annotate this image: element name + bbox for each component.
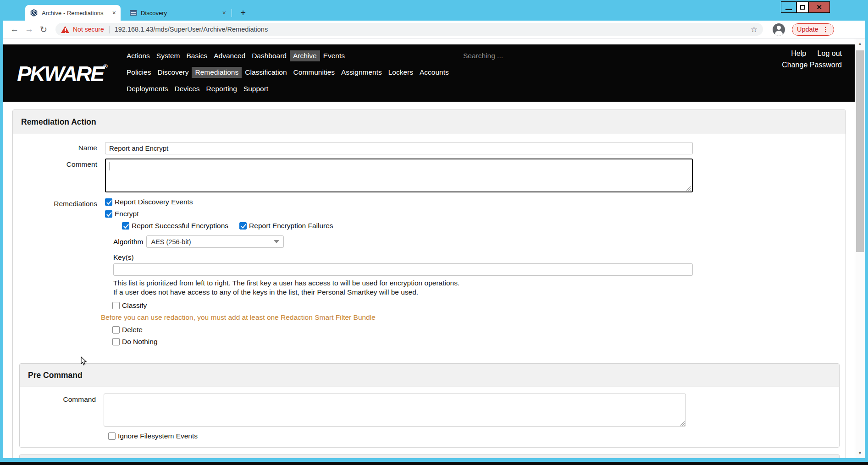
do-nothing-checkbox[interactable] [112,338,120,345]
tab-title: Archive - Remediations [42,10,110,16]
nav-row-1: Actions System Basics Advanced Dashboard… [123,48,452,64]
algorithm-label: Algorithm [113,238,143,246]
search-status-text[interactable]: Searching ... [463,52,503,60]
minimize-button[interactable] [781,1,796,13]
scroll-up-icon[interactable]: ▲ [855,39,865,48]
nav-classification[interactable]: Classification [242,67,290,78]
nav-basics[interactable]: Basics [183,50,211,61]
close-button[interactable]: ✕ [808,1,830,13]
ignore-filesystem-events-label[interactable]: Ignore Filesystem Events [118,432,198,440]
encrypt-label[interactable]: Encrypt [115,210,139,218]
chrome-update-button[interactable]: Update ⋮ [792,23,834,36]
keys-help-line1: This list is prioritized from left to ri… [113,279,840,288]
comment-textarea[interactable] [105,159,693,192]
help-link[interactable]: Help [791,49,806,57]
main-navigation: Actions System Basics Advanced Dashboard… [123,48,452,97]
not-secure-label[interactable]: Not secure [73,26,104,33]
nav-system[interactable]: System [153,50,183,61]
report-successful-encryptions-checkbox[interactable] [122,222,129,230]
nav-events[interactable]: Events [320,50,348,61]
not-secure-warning-icon[interactable] [61,26,69,33]
address-separator [109,26,110,33]
resize-handle[interactable] [680,421,685,426]
scrollbar-thumb[interactable] [856,50,864,252]
encrypt-checkbox[interactable] [105,210,112,218]
nav-reporting[interactable]: Reporting [203,83,240,94]
nav-discovery[interactable]: Discovery [154,67,192,78]
refresh-icon[interactable]: ↻ [39,24,48,35]
address-bar[interactable]: Not secure 192.168.1.43/mds/SuperUser/Ar… [55,23,763,36]
report-discovery-events-label[interactable]: Report Discovery Events [115,198,193,206]
discovery-favicon [130,10,137,16]
browser-toolbar: ← → ↻ Not secure 192.168.1.43/mds/SuperU… [3,21,865,38]
minimize-icon [785,9,792,10]
checkbox-row: Delete [112,326,840,334]
report-encryption-failures-checkbox[interactable] [239,222,247,230]
keys-help-line2: If a user does not have access to any of… [113,288,840,297]
new-tab-button[interactable]: + [238,7,249,18]
scroll-down-icon[interactable]: ▼ [855,449,865,457]
checkbox-row: Ignore Filesystem Events [108,432,830,440]
post-command-panel: Post Command [19,454,840,458]
nav-lockers[interactable]: Lockers [385,67,416,78]
back-icon[interactable]: ← [10,24,18,34]
maximize-button[interactable] [796,1,808,13]
report-encryption-failures-label[interactable]: Report Encryption Failures [249,222,333,230]
classify-label[interactable]: Classify [122,301,147,310]
nav-archive-active[interactable]: Archive [290,50,320,61]
profile-avatar[interactable] [773,23,785,36]
nav-devices[interactable]: Devices [171,83,203,94]
pkware-favicon [30,9,38,17]
page-scrollbar[interactable]: ▲ ▼ [855,38,865,458]
redaction-warning-text: Before you can use redaction, you must a… [101,313,840,322]
nav-advanced[interactable]: Advanced [210,50,249,61]
name-input[interactable] [105,142,693,154]
checkbox-row: Report Discovery Events [105,198,840,206]
forward-icon[interactable]: → [25,24,33,34]
bookmark-star-icon[interactable]: ☆ [751,25,757,34]
tab-close-icon[interactable]: × [222,9,226,16]
window-controls: ✕ [781,1,830,13]
delete-label[interactable]: Delete [122,326,143,334]
report-successful-encryptions-label[interactable]: Report Successful Encryptions [132,222,228,230]
tab-discovery[interactable]: Discovery × [125,5,231,21]
nav-assignments[interactable]: Assignments [338,67,385,78]
browser-menu-icon[interactable]: ⋮ [823,26,829,33]
algorithm-select[interactable]: AES (256-bit) [146,235,284,248]
nav-dashboard[interactable]: Dashboard [249,50,290,61]
do-nothing-label[interactable]: Do Nothing [122,338,158,346]
nav-deployments[interactable]: Deployments [123,83,171,94]
tab-title: Discovery [141,10,220,16]
tab-close-icon[interactable]: × [112,9,116,16]
report-discovery-events-checkbox[interactable] [105,198,112,206]
web-page: PKWARE® Actions System Basics Advanced D… [3,38,855,458]
nav-accounts[interactable]: Accounts [416,67,452,78]
logout-link[interactable]: Log out [818,49,842,57]
close-icon: ✕ [816,3,822,11]
logo-text: PKWARE [17,61,103,85]
resize-handle[interactable] [686,186,691,191]
delete-checkbox[interactable] [112,326,120,334]
checkbox-row: Encrypt [105,210,840,218]
url-text[interactable]: 192.168.1.43/mds/SuperUser/Archive/Remed… [115,26,751,33]
update-label: Update [797,26,818,33]
nav-communities[interactable]: Communities [290,67,338,78]
pkware-header: PKWARE® Actions System Basics Advanced D… [3,44,855,102]
tab-archive-remediations[interactable]: Archive - Remediations × [25,5,121,21]
pre-command-panel: Pre Command Command [19,363,840,448]
pre-command-title: Pre Command [20,364,839,387]
classify-checkbox[interactable] [112,302,120,309]
pre-command-textarea[interactable] [104,394,686,427]
keys-input[interactable] [113,263,693,276]
ignore-filesystem-events-checkbox[interactable] [108,432,116,440]
remediation-action-panel: Remediation Action Name Comment [12,109,846,458]
nav-policies[interactable]: Policies [123,67,154,78]
mouse-cursor [81,356,88,366]
nav-remediations-active[interactable]: Remediations [192,67,242,78]
pkware-logo: PKWARE® [17,60,108,86]
comment-label: Comment [21,159,97,192]
text-caret [110,162,110,170]
nav-actions[interactable]: Actions [123,50,153,61]
nav-support[interactable]: Support [240,83,271,94]
change-password-link[interactable]: Change Password [782,61,842,69]
